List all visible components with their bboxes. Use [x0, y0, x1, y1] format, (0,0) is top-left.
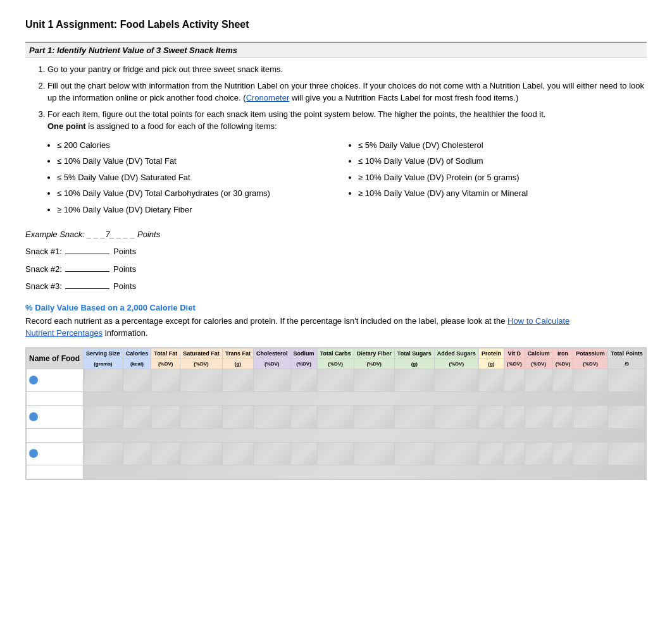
snack3-calories: [123, 442, 151, 465]
snack2-sub-row: [27, 428, 646, 442]
subhead-protein: (g): [478, 359, 504, 369]
snack1-trans-fat: [222, 369, 253, 391]
snack1-sub-name: [27, 391, 84, 405]
subhead-carbs: (%DV): [317, 359, 354, 369]
snack2-sugars: [394, 405, 434, 428]
snack1-protein: [478, 369, 504, 391]
snack2-label: Snack #2: Points: [25, 262, 647, 276]
col-vit-d: Vit D: [504, 348, 525, 359]
snack3-carbs: [317, 442, 354, 465]
snack2-sub-name: [27, 428, 84, 442]
snack2-fat: [151, 405, 180, 428]
page-title: Unit 1 Assignment: Food Labels Activity …: [25, 19, 647, 30]
snack1-name: [27, 369, 84, 391]
snack3-iron: [552, 442, 573, 465]
snack1-iron: [552, 369, 573, 391]
snack1-added-sugars: [434, 369, 478, 391]
food-table: Name of Food Serving Size Calories Total…: [26, 348, 646, 479]
snack3-sub-data: [84, 465, 646, 479]
snack3-sub-name: [27, 465, 84, 479]
cronometer-link[interactable]: Cronometer: [246, 93, 290, 102]
snack1-calcium: [525, 369, 552, 391]
subhead-serving: (grams): [84, 359, 123, 369]
col-calories: Calories: [123, 348, 151, 359]
snack2-carbs: [317, 405, 354, 428]
snack3-serving: [84, 442, 123, 465]
dv-instruction: Record each nutrient as a percentage exc…: [25, 315, 647, 340]
subhead-sodium: (%DV): [290, 359, 317, 369]
subhead-added-sugars: (%DV): [434, 359, 478, 369]
snack2-added-sugars: [434, 405, 478, 428]
col-sat-fat: Saturated Fat: [180, 348, 223, 359]
food-table-container: Name of Food Serving Size Calories Total…: [25, 347, 647, 480]
points-col-left: ≤ 200 Calories ≤ 10% Daily Value (DV) To…: [44, 139, 345, 220]
col-total-carbs: Total Carbs: [317, 348, 354, 359]
instruction-1: Go to your pantry or fridge and pick out…: [47, 63, 647, 76]
snack1-vitd: [504, 369, 525, 391]
subhead-iron: (%DV): [552, 359, 573, 369]
col-protein: Protein: [478, 348, 504, 359]
col-iron: Iron: [552, 348, 573, 359]
snack1-fat: [151, 369, 180, 391]
instruction-3: For each item, figure out the total poin…: [47, 108, 647, 133]
point-left-3: ≤ 5% Daily Value (DV) Saturated Fat: [57, 171, 345, 184]
snack1-row: [27, 369, 646, 391]
snack2-protein: [478, 405, 504, 428]
snack3-vitd: [504, 442, 525, 465]
snack3-icon: [29, 449, 38, 458]
subhead-calcium: (%DV): [525, 359, 552, 369]
point-right-2: ≤ 10% Daily Value (DV) of Sodium: [358, 155, 647, 168]
snack2-trans-fat: [222, 405, 253, 428]
snack1-sat-fat: [180, 369, 223, 391]
snack2-points: [607, 405, 645, 428]
snack3-potassium: [573, 442, 608, 465]
snack3-points: [607, 442, 645, 465]
part1-header: Part 1: Identify Nutrient Value of 3 Swe…: [25, 42, 647, 58]
snack1-carbs: [317, 369, 354, 391]
col-serving-size: Serving Size: [84, 348, 123, 359]
snack2-calories: [123, 405, 151, 428]
col-sodium: Sodium: [290, 348, 317, 359]
snack2-potassium: [573, 405, 608, 428]
snack2-vitd: [504, 405, 525, 428]
snack3-sugars: [394, 442, 434, 465]
snack1-calories: [123, 369, 151, 391]
snack1-serving: [84, 369, 123, 391]
snack3-fat: [151, 442, 180, 465]
snack1-chol: [253, 369, 290, 391]
snack2-fiber: [354, 405, 394, 428]
snack3-sub-row: [27, 465, 646, 479]
col-potassium: Potassium: [573, 348, 608, 359]
point-left-1: ≤ 200 Calories: [57, 139, 345, 152]
subhead-sat-fat: (%DV): [180, 359, 223, 369]
snack2-sodium: [290, 405, 317, 428]
snack3-sodium: [290, 442, 317, 465]
point-right-1: ≤ 5% Daily Value (DV) Cholesterol: [358, 139, 647, 152]
subhead-calories: (kcal): [123, 359, 151, 369]
snack1-label: Snack #1: Points: [25, 244, 647, 259]
snack3-label: Snack #3: Points: [25, 279, 647, 293]
snack2-name: [27, 405, 84, 428]
point-left-4: ≤ 10% Daily Value (DV) Total Carbohydrat…: [57, 187, 345, 200]
snack1-sugars: [394, 369, 434, 391]
col-total-points: Total Points: [607, 348, 645, 359]
subhead-chol: (%DV): [253, 359, 290, 369]
example-snack: Example Snack: _ _ _7_ _ _ _ Points: [25, 227, 647, 242]
one-point-label: One point: [47, 121, 86, 131]
snack3-protein: [478, 442, 504, 465]
points-col-right: ≤ 5% Daily Value (DV) Cholesterol ≤ 10% …: [345, 139, 647, 220]
col-calcium: Calcium: [525, 348, 552, 359]
subhead-points: /9: [607, 359, 645, 369]
snack2-iron: [552, 405, 573, 428]
snack2-sat-fat: [180, 405, 223, 428]
subhead-trans-fat: (g): [222, 359, 253, 369]
point-left-5: ≥ 10% Daily Value (DV) Dietary Fiber: [57, 204, 345, 216]
snack3-chol: [253, 442, 290, 465]
snack3-name: [27, 442, 84, 465]
snack1-potassium: [573, 369, 608, 391]
snack3-sat-fat: [180, 442, 223, 465]
subhead-potassium: (%DV): [573, 359, 608, 369]
snack1-sodium: [290, 369, 317, 391]
snack2-chol: [253, 405, 290, 428]
snack1-sub-row: [27, 391, 646, 405]
